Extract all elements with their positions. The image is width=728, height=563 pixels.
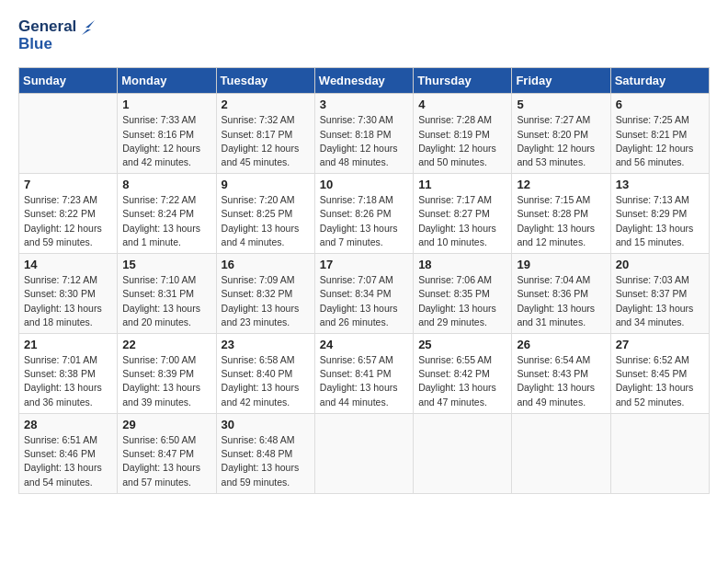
day-info: Sunrise: 6:48 AM Sunset: 8:48 PM Dayligh… [222,433,310,489]
calendar-cell: 18Sunrise: 7:06 AM Sunset: 8:35 PM Dayli… [414,254,512,334]
day-number: 29 [122,418,210,431]
calendar-cell: 26Sunrise: 6:54 AM Sunset: 8:43 PM Dayli… [512,334,610,414]
day-number: 25 [418,338,506,351]
day-number: 26 [517,338,605,351]
calendar-cell: 29Sunrise: 6:50 AM Sunset: 8:47 PM Dayli… [118,413,216,493]
day-number: 19 [517,258,605,271]
week-row-5: 28Sunrise: 6:51 AM Sunset: 8:46 PM Dayli… [19,413,710,493]
day-info: Sunrise: 6:50 AM Sunset: 8:47 PM Dayligh… [122,433,210,489]
day-info: Sunrise: 7:25 AM Sunset: 8:21 PM Dayligh… [616,113,704,169]
day-number: 17 [320,258,408,271]
calendar-cell: 28Sunrise: 6:51 AM Sunset: 8:46 PM Dayli… [19,413,118,493]
calendar-cell [314,413,413,493]
week-row-2: 7Sunrise: 7:23 AM Sunset: 8:22 PM Daylig… [19,174,710,254]
day-info: Sunrise: 7:09 AM Sunset: 8:32 PM Dayligh… [222,273,310,329]
day-number: 13 [616,178,704,191]
calendar-cell: 24Sunrise: 6:57 AM Sunset: 8:41 PM Dayli… [314,334,413,414]
day-info: Sunrise: 6:54 AM Sunset: 8:43 PM Dayligh… [517,353,605,409]
logo-general-text: General [18,18,76,36]
calendar-cell: 11Sunrise: 7:17 AM Sunset: 8:27 PM Dayli… [414,174,512,254]
day-number: 9 [222,178,310,191]
header-row: SundayMondayTuesdayWednesdayThursdayFrid… [19,68,710,94]
calendar-cell: 9Sunrise: 7:20 AM Sunset: 8:25 PM Daylig… [216,174,314,254]
calendar-cell: 4Sunrise: 7:28 AM Sunset: 8:19 PM Daylig… [414,94,512,174]
week-row-3: 14Sunrise: 7:12 AM Sunset: 8:30 PM Dayli… [19,254,710,334]
day-number: 16 [222,258,310,271]
calendar-cell: 5Sunrise: 7:27 AM Sunset: 8:20 PM Daylig… [512,94,610,174]
day-info: Sunrise: 7:00 AM Sunset: 8:39 PM Dayligh… [122,353,210,409]
logo-bird-icon [78,18,95,35]
day-info: Sunrise: 7:10 AM Sunset: 8:31 PM Dayligh… [122,273,210,329]
calendar-table: SundayMondayTuesdayWednesdayThursdayFrid… [18,67,710,493]
day-number: 23 [222,338,310,351]
calendar-cell: 8Sunrise: 7:22 AM Sunset: 8:24 PM Daylig… [118,174,216,254]
day-number: 6 [616,98,704,111]
calendar-cell: 27Sunrise: 6:52 AM Sunset: 8:45 PM Dayli… [610,334,709,414]
week-row-1: 1Sunrise: 7:33 AM Sunset: 8:16 PM Daylig… [19,94,710,174]
day-info: Sunrise: 7:03 AM Sunset: 8:37 PM Dayligh… [616,273,704,329]
day-number: 18 [418,258,506,271]
svg-marker-0 [82,20,95,35]
calendar-cell: 30Sunrise: 6:48 AM Sunset: 8:48 PM Dayli… [216,413,314,493]
day-number: 12 [517,178,605,191]
calendar-cell: 15Sunrise: 7:10 AM Sunset: 8:31 PM Dayli… [118,254,216,334]
calendar-cell: 23Sunrise: 6:58 AM Sunset: 8:40 PM Dayli… [216,334,314,414]
day-number: 30 [222,418,310,431]
calendar-cell: 17Sunrise: 7:07 AM Sunset: 8:34 PM Dayli… [314,254,413,334]
logo: General Blue [18,18,95,52]
day-number: 1 [122,98,210,111]
day-number: 28 [24,418,112,431]
col-header-tuesday: Tuesday [216,68,314,94]
day-info: Sunrise: 6:52 AM Sunset: 8:45 PM Dayligh… [616,353,704,409]
calendar-cell: 25Sunrise: 6:55 AM Sunset: 8:42 PM Dayli… [414,334,512,414]
calendar-cell: 12Sunrise: 7:15 AM Sunset: 8:28 PM Dayli… [512,174,610,254]
day-info: Sunrise: 7:15 AM Sunset: 8:28 PM Dayligh… [517,193,605,249]
day-info: Sunrise: 6:51 AM Sunset: 8:46 PM Dayligh… [24,433,112,489]
day-info: Sunrise: 7:28 AM Sunset: 8:19 PM Dayligh… [418,113,506,169]
day-info: Sunrise: 7:01 AM Sunset: 8:38 PM Dayligh… [24,353,112,409]
calendar-cell: 6Sunrise: 7:25 AM Sunset: 8:21 PM Daylig… [610,94,709,174]
day-number: 20 [616,258,704,271]
calendar-cell: 14Sunrise: 7:12 AM Sunset: 8:30 PM Dayli… [19,254,118,334]
header: General Blue [18,18,710,52]
col-header-saturday: Saturday [610,68,709,94]
day-number: 22 [122,338,210,351]
day-number: 21 [24,338,112,351]
day-number: 3 [320,98,408,111]
day-info: Sunrise: 7:07 AM Sunset: 8:34 PM Dayligh… [320,273,408,329]
day-number: 10 [320,178,408,191]
day-info: Sunrise: 7:20 AM Sunset: 8:25 PM Dayligh… [222,193,310,249]
day-info: Sunrise: 7:23 AM Sunset: 8:22 PM Dayligh… [24,193,112,249]
day-info: Sunrise: 6:58 AM Sunset: 8:40 PM Dayligh… [222,353,310,409]
day-info: Sunrise: 7:30 AM Sunset: 8:18 PM Dayligh… [320,113,408,169]
col-header-sunday: Sunday [19,68,118,94]
day-info: Sunrise: 7:27 AM Sunset: 8:20 PM Dayligh… [517,113,605,169]
calendar-cell: 19Sunrise: 7:04 AM Sunset: 8:36 PM Dayli… [512,254,610,334]
day-info: Sunrise: 7:33 AM Sunset: 8:16 PM Dayligh… [122,113,210,169]
day-number: 7 [24,178,112,191]
day-info: Sunrise: 6:57 AM Sunset: 8:41 PM Dayligh… [320,353,408,409]
calendar-cell [414,413,512,493]
day-number: 24 [320,338,408,351]
day-number: 4 [418,98,506,111]
day-info: Sunrise: 7:12 AM Sunset: 8:30 PM Dayligh… [24,273,112,329]
calendar-cell: 2Sunrise: 7:32 AM Sunset: 8:17 PM Daylig… [216,94,314,174]
calendar-cell [512,413,610,493]
day-number: 2 [222,98,310,111]
calendar-cell: 20Sunrise: 7:03 AM Sunset: 8:37 PM Dayli… [610,254,709,334]
logo-blue-text: Blue [18,36,95,53]
day-number: 15 [122,258,210,271]
col-header-thursday: Thursday [414,68,512,94]
calendar-cell [610,413,709,493]
day-info: Sunrise: 6:55 AM Sunset: 8:42 PM Dayligh… [418,353,506,409]
col-header-monday: Monday [118,68,216,94]
day-info: Sunrise: 7:13 AM Sunset: 8:29 PM Dayligh… [616,193,704,249]
day-info: Sunrise: 7:17 AM Sunset: 8:27 PM Dayligh… [418,193,506,249]
calendar-cell: 10Sunrise: 7:18 AM Sunset: 8:26 PM Dayli… [314,174,413,254]
calendar-cell: 22Sunrise: 7:00 AM Sunset: 8:39 PM Dayli… [118,334,216,414]
day-number: 8 [122,178,210,191]
calendar-cell [19,94,118,174]
day-info: Sunrise: 7:18 AM Sunset: 8:26 PM Dayligh… [320,193,408,249]
calendar-cell: 13Sunrise: 7:13 AM Sunset: 8:29 PM Dayli… [610,174,709,254]
day-number: 11 [418,178,506,191]
